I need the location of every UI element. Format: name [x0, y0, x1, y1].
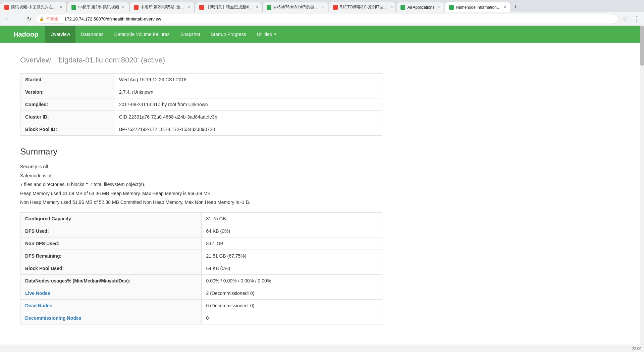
row-value-started: Wed Aug 15 19:12:23 CST 2018 — [114, 74, 382, 86]
scrollbar-thumb[interactable] — [640, 26, 644, 66]
tab-close-8[interactable]: ✕ — [503, 5, 506, 9]
utilities-label: Utilities — [257, 32, 272, 37]
menu-button[interactable]: ⋮ — [632, 14, 641, 24]
new-tab-button[interactable]: + — [511, 2, 520, 12]
tab-7[interactable]: All Applications ✕ — [396, 2, 444, 12]
tab-2[interactable]: 中餐厅 第2季-腾讯视频 ✕ — [67, 2, 129, 12]
address-input[interactable] — [60, 14, 615, 24]
tab-4[interactable]: 【新消息】嗜血已成魔#… ✕ — [195, 2, 262, 12]
tab-close-7[interactable]: ✕ — [437, 5, 440, 9]
value-dfs-remaining: 21.51 GB (67.75%) — [201, 250, 382, 262]
nav-item-snapshot[interactable]: Snapshot — [175, 26, 206, 43]
page-title: Overview 'bigdata-01.liu.com:8020' (acti… — [20, 53, 382, 65]
hadoop-navbar: Hadoop Overview Datanodes Datanode Volum… — [0, 26, 644, 43]
tab-label-4: 【新消息】嗜血已成魔#… — [206, 4, 253, 10]
tab-close-6[interactable]: ✕ — [390, 5, 393, 9]
tab-favicon-2 — [71, 5, 76, 10]
address-bar-row: ← → ↻ 🔒 不安全 ☆ ⋮ — [0, 12, 644, 26]
nav-item-utilities[interactable]: Utilities ▼ — [252, 26, 282, 43]
nav-buttons: ← → ↻ — [3, 14, 34, 24]
reload-button[interactable]: ↻ — [24, 14, 34, 24]
tab-close-2[interactable]: ✕ — [122, 5, 125, 9]
tab-favicon-7 — [400, 5, 405, 10]
row-value-block-pool-id: BP-76272192-172.18.74.172-1534323890723 — [114, 123, 382, 136]
row-label-started: Started: — [20, 74, 114, 86]
tab-label-8: Namenode information… — [456, 5, 500, 10]
dead-nodes-link[interactable]: Dead Nodes — [25, 303, 52, 308]
tab-3[interactable]: 中餐厅 第2季第5期: 鱼… ✕ — [129, 2, 195, 12]
live-nodes-link[interactable]: Live Nodes — [25, 291, 50, 296]
value-live-nodes: 2 (Decommissioned: 0) — [201, 287, 382, 299]
tab-favicon-8 — [449, 5, 454, 10]
row-value-compiled: 2017-08-23T13:31Z by root from Unknown — [114, 98, 382, 111]
nav-item-datanode-volume-failures[interactable]: Datanode Volume Failures — [109, 26, 175, 43]
tab-close-3[interactable]: ✕ — [187, 5, 190, 9]
page-title-text: Overview — [20, 56, 51, 64]
bookmark-button[interactable]: ☆ — [621, 14, 630, 24]
value-configured-capacity: 31.75 GB — [201, 212, 382, 225]
summary-line-1: Security is off. — [20, 162, 382, 171]
label-block-pool-used: Block Pool Used: — [20, 262, 202, 274]
value-dfs-used: 64 KB (0%) — [201, 225, 382, 237]
table-row: Block Pool ID: BP-76272192-172.18.74.172… — [20, 123, 382, 136]
tab-6[interactable]: 51CTO博客2.0-原创IT技… ✕ — [329, 2, 396, 12]
nav-item-overview[interactable]: Overview — [45, 26, 75, 43]
tab-close-4[interactable]: ✕ — [255, 5, 258, 9]
row-label-compiled: Compiled: — [20, 98, 114, 111]
table-row: Live Nodes 2 (Decommissioned: 0) — [20, 287, 382, 299]
tab-5[interactable]: wx5ab76de3dbb7f的微… ✕ — [262, 2, 328, 12]
security-label: 不安全 — [46, 16, 58, 22]
summary-line-4: Heap Memory used 41.09 MB of 63.36 MB He… — [20, 189, 382, 198]
tab-close-1[interactable]: ✕ — [59, 5, 62, 9]
label-dead-nodes: Dead Nodes — [20, 299, 202, 312]
row-label-block-pool-id: Block Pool ID: — [20, 123, 114, 136]
forward-button[interactable]: → — [13, 14, 23, 24]
value-datanodes-usages: 0.00% / 0.00% / 0.00% / 0.00% — [201, 274, 382, 287]
back-button[interactable]: ← — [3, 14, 12, 24]
tab-label-3: 中餐厅 第2季第5期: 鱼… — [141, 4, 184, 10]
decommissioning-nodes-link[interactable]: Decommissioning Nodes — [25, 315, 81, 321]
summary-line-3: 7 files and directories, 0 blocks = 7 to… — [20, 180, 382, 189]
tab-label-7: All Applications — [407, 5, 434, 10]
page-title-subtitle: 'bigdata-01.liu.com:8020' (active) — [57, 56, 165, 64]
row-label-cluster-id: Cluster ID: — [20, 111, 114, 123]
label-non-dfs-used: Non DFS Used: — [20, 237, 202, 250]
label-dfs-used: DFS Used: — [20, 225, 202, 237]
table-row: Decommissioning Nodes 0 — [20, 312, 382, 324]
table-row: Started: Wed Aug 15 19:12:23 CST 2018 — [20, 74, 382, 86]
tab-label-6: 51CTO博客2.0-原创IT技… — [340, 4, 387, 10]
tab-bar: 腾讯视频-中国领先的在… ✕ 中餐厅 第2季-腾讯视频 ✕ 中餐厅 第2季第5期… — [0, 0, 644, 12]
value-block-pool-used: 64 KB (0%) — [201, 262, 382, 274]
tab-favicon-4 — [199, 5, 204, 10]
tab-label-2: 中餐厅 第2季-腾讯视频 — [78, 4, 119, 10]
label-live-nodes: Live Nodes — [20, 287, 202, 299]
table-row: Dead Nodes 0 (Decommissioned: 0) — [20, 299, 382, 312]
tab-close-5[interactable]: ✕ — [321, 5, 324, 9]
table-row: Non DFS Used: 8.61 GB — [20, 237, 382, 250]
tab-label-5: wx5ab76de3dbb7f的微… — [273, 4, 318, 10]
label-decommissioning-nodes: Decommissioning Nodes — [20, 312, 202, 324]
row-value-cluster-id: CID-22391a76-72a0-4668-a24b-3ad84adefe3b — [114, 111, 382, 123]
tab-favicon-6 — [333, 5, 338, 10]
table-row: Cluster ID: CID-22391a76-72a0-4668-a24b-… — [20, 111, 382, 123]
tab-1[interactable]: 腾讯视频-中国领先的在… ✕ — [0, 2, 67, 12]
table-row: DataNodes usages% (Min/Median/Max/stdDev… — [20, 274, 382, 287]
tab-8[interactable]: Namenode information… ✕ — [445, 2, 511, 12]
tab-favicon-3 — [134, 5, 139, 10]
tab-favicon-5 — [267, 5, 271, 10]
hadoop-brand: Hadoop — [0, 31, 45, 38]
summary-line-2: Safemode is off. — [20, 171, 382, 180]
label-datanodes-usages: DataNodes usages% (Min/Median/Max/stdDev… — [20, 274, 202, 287]
scrollbar[interactable] — [640, 26, 644, 335]
label-dfs-remaining: DFS Remaining: — [20, 250, 202, 262]
value-dead-nodes: 0 (Decommissioned: 0) — [201, 299, 382, 312]
summary-table: Configured Capacity: 31.75 GB DFS Used: … — [20, 212, 382, 324]
tab-label-1: 腾讯视频-中国领先的在… — [11, 4, 57, 10]
nav-item-startup-progress[interactable]: Startup Progress — [206, 26, 252, 43]
nav-item-datanodes[interactable]: Datanodes — [75, 26, 109, 43]
row-value-version: 2.7.4, rUnknown — [114, 86, 382, 98]
row-label-version: Version: — [20, 86, 114, 98]
table-row: Configured Capacity: 31.75 GB — [20, 212, 382, 225]
summary-text: Security is off. Safemode is off. 7 file… — [20, 162, 382, 207]
table-row: Block Pool Used: 64 KB (0%) — [20, 262, 382, 274]
